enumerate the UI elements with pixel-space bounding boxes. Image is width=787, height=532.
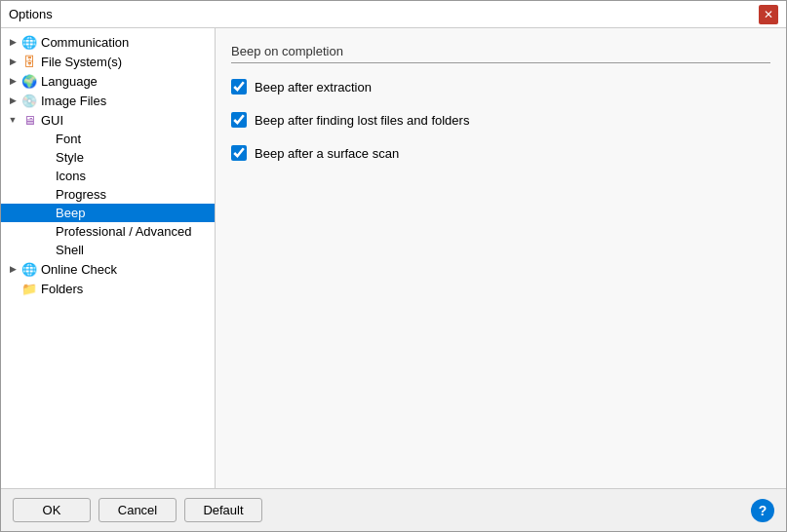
tree-arrow-filesystem: ▶ [5,57,20,66]
tree-icon-communication: 🌐 [20,34,38,50]
sidebar-item-label-gui: GUI [41,113,63,128]
checkbox-label-beep_lost_files: Beep after finding lost files and folder… [255,113,469,128]
sidebar-item-progress[interactable]: Progress [1,185,215,204]
checkbox-label-beep_extraction: Beep after extraction [255,80,372,95]
checkboxes-container: Beep after extractionBeep after finding … [231,79,770,161]
tree-icon-onlinecheck: 🌐 [20,261,38,277]
checkbox-beep_surface[interactable] [231,145,247,161]
close-button[interactable]: ✕ [759,5,778,24]
checkbox-label-beep_surface: Beep after a surface scan [255,146,399,161]
checkbox-item-beep_lost_files: Beep after finding lost files and folder… [231,112,770,128]
ok-button[interactable]: OK [13,498,91,522]
sidebar-item-font[interactable]: Font [1,130,215,148]
sidebar-item-label-communication: Communication [41,35,129,50]
sidebar-item-professional[interactable]: Professional / Advanced [1,222,215,241]
sidebar-item-communication[interactable]: ▶🌐Communication [1,32,215,52]
sidebar-item-label-shell: Shell [56,243,84,257]
checkbox-beep_extraction[interactable] [231,79,247,95]
checkbox-item-beep_extraction: Beep after extraction [231,79,770,95]
sidebar-item-beep[interactable]: Beep [1,204,215,222]
checkbox-item-beep_surface: Beep after a surface scan [231,145,770,161]
checkbox-beep_lost_files[interactable] [231,112,247,128]
sidebar-item-label-imagefiles: Image Files [41,94,106,108]
section-title: Beep on completion [231,44,770,63]
content-panel: Beep on completion Beep after extraction… [216,28,786,488]
sidebar-item-label-beep: Beep [56,206,85,220]
tree-arrow-imagefiles: ▶ [5,95,20,105]
sidebar-item-language[interactable]: ▶🌍Language [1,71,215,91]
sidebar-item-style[interactable]: Style [1,148,215,167]
sidebar-item-filesystem[interactable]: ▶🗄File System(s) [1,52,215,71]
tree-icon-folders: 📁 [20,281,38,296]
sidebar-item-imagefiles[interactable]: ▶💿Image Files [1,91,215,110]
tree-arrow-onlinecheck: ▶ [5,264,20,274]
footer: OK Cancel Default ? [1,488,786,531]
sidebar-item-label-font: Font [56,132,81,146]
sidebar-item-shell[interactable]: Shell [1,241,215,259]
tree-arrow-communication: ▶ [5,37,20,47]
cancel-button[interactable]: Cancel [98,498,177,522]
tree-icon-filesystem: 🗄 [20,54,38,69]
tree-icon-language: 🌍 [20,73,38,89]
sidebar-tree: ▶🌐Communication▶🗄File System(s)▶🌍Languag… [1,28,216,488]
sidebar-item-label-professional: Professional / Advanced [56,224,191,239]
tree-icon-gui: 🖥 [20,112,38,128]
sidebar-item-label-filesystem: File System(s) [41,55,122,69]
tree-arrow-gui: ▼ [5,115,20,125]
sidebar-item-label-language: Language [41,74,98,89]
help-button[interactable]: ? [751,499,774,522]
sidebar-item-gui[interactable]: ▼🖥GUI [1,110,215,130]
default-button[interactable]: Default [184,498,262,522]
tree-icon-imagefiles: 💿 [20,93,38,108]
sidebar-item-label-folders: Folders [41,282,83,296]
window-title: Options [9,7,53,21]
options-dialog: Options ✕ ▶🌐Communication▶🗄File System(s… [0,0,787,532]
sidebar-item-label-progress: Progress [56,187,106,202]
sidebar-item-icons[interactable]: Icons [1,167,215,185]
footer-buttons: OK Cancel Default [13,498,262,522]
tree-arrow-language: ▶ [5,76,20,86]
sidebar-item-folders[interactable]: 📁Folders [1,279,215,298]
sidebar-item-label-style: Style [56,150,84,165]
sidebar-item-label-icons: Icons [56,169,86,183]
sidebar-item-onlinecheck[interactable]: ▶🌐Online Check [1,259,215,279]
sidebar-item-label-onlinecheck: Online Check [41,262,117,277]
main-content: ▶🌐Communication▶🗄File System(s)▶🌍Languag… [1,28,786,488]
title-bar: Options ✕ [1,1,786,28]
